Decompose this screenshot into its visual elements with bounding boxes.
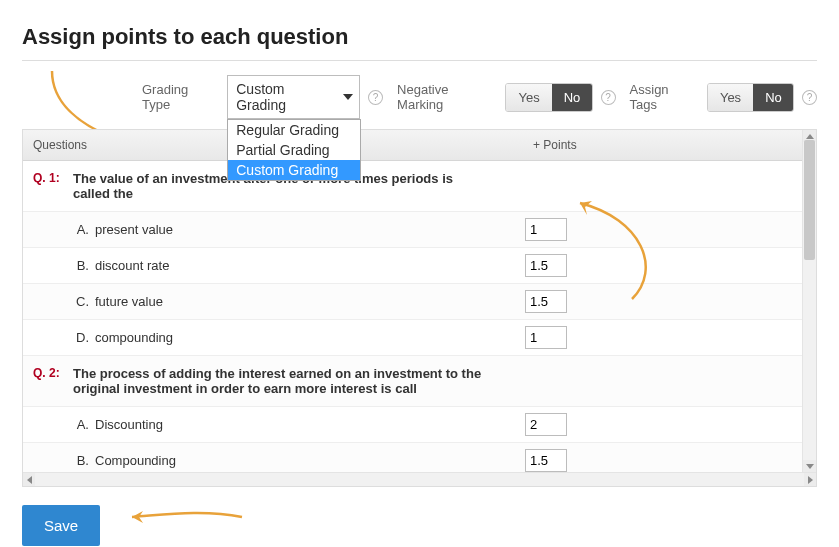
grading-type-option-partial[interactable]: Partial Grading — [228, 140, 360, 160]
assign-tags-label: Assign Tags — [630, 82, 699, 112]
grading-type-dropdown: Regular Grading Partial Grading Custom G… — [227, 119, 361, 181]
points-input[interactable] — [525, 413, 567, 436]
answer-text: present value — [95, 212, 495, 247]
divider — [22, 60, 817, 61]
scroll-left-icon[interactable] — [23, 473, 35, 486]
question-row: Q. 1: The value of an investment after o… — [23, 161, 802, 212]
negative-marking-no-button[interactable]: No — [552, 84, 593, 111]
answer-row: A. present value — [23, 212, 802, 248]
horizontal-scrollbar[interactable] — [23, 472, 816, 486]
negative-marking-label: Negative Marking — [397, 82, 497, 112]
negative-marking-toggle: Yes No — [505, 83, 592, 112]
answer-letter: A. — [23, 212, 95, 247]
help-icon[interactable]: ? — [368, 90, 383, 105]
points-input[interactable] — [525, 254, 567, 277]
points-input[interactable] — [525, 218, 567, 241]
scroll-down-icon[interactable] — [803, 460, 816, 472]
answer-letter: D. — [23, 320, 95, 355]
question-panel: Questions + Points Q. 1: The value of an… — [22, 129, 817, 487]
answer-text: Compounding — [95, 443, 495, 472]
negative-marking-yes-button[interactable]: Yes — [506, 84, 551, 111]
answer-row: B. discount rate — [23, 248, 802, 284]
assign-tags-no-button[interactable]: No — [753, 84, 794, 111]
grading-type-label: Grading Type — [142, 82, 219, 112]
points-input[interactable] — [525, 290, 567, 313]
help-icon[interactable]: ? — [802, 90, 817, 105]
points-input[interactable] — [525, 449, 567, 472]
answer-text: discount rate — [95, 248, 495, 283]
assign-tags-toggle: Yes No — [707, 83, 794, 112]
grading-type-select-wrap: Custom Grading Regular Grading Partial G… — [227, 75, 360, 119]
answer-text: compounding — [95, 320, 495, 355]
answer-row: D. compounding — [23, 320, 802, 356]
content-area: Questions + Points Q. 1: The value of an… — [23, 130, 802, 472]
header-points: + Points — [503, 130, 802, 160]
answer-letter: B. — [23, 248, 95, 283]
toolbar: Grading Type Custom Grading Regular Grad… — [22, 71, 817, 129]
chevron-down-icon — [343, 94, 353, 100]
scroll-right-icon[interactable] — [804, 473, 816, 486]
answer-letter: B. — [23, 443, 95, 472]
table-header: Questions + Points — [23, 130, 802, 161]
question-number: Q. 1: — [23, 161, 73, 195]
answer-row: B. Compounding — [23, 443, 802, 472]
answer-text: future value — [95, 284, 495, 319]
answer-letter: A. — [23, 407, 95, 442]
grading-type-option-regular[interactable]: Regular Grading — [228, 120, 360, 140]
page-title: Assign points to each question — [22, 24, 817, 50]
answer-row: A. Discounting — [23, 407, 802, 443]
annotation-arrow-icon — [122, 501, 252, 541]
grading-type-option-custom[interactable]: Custom Grading — [228, 160, 360, 180]
points-input[interactable] — [525, 326, 567, 349]
answer-text: Discounting — [95, 407, 495, 442]
answer-row: C. future value — [23, 284, 802, 320]
answer-letter: C. — [23, 284, 95, 319]
question-text: The process of adding the interest earne… — [73, 356, 503, 406]
question-row: Q. 2: The process of adding the interest… — [23, 356, 802, 407]
grading-type-select[interactable]: Custom Grading — [227, 75, 360, 119]
save-button[interactable]: Save — [22, 505, 100, 546]
scrollbar-thumb[interactable] — [804, 140, 815, 260]
question-number: Q. 2: — [23, 356, 73, 390]
assign-tags-yes-button[interactable]: Yes — [708, 84, 753, 111]
grading-type-value: Custom Grading — [236, 81, 286, 113]
help-icon[interactable]: ? — [601, 90, 616, 105]
vertical-scrollbar[interactable] — [802, 130, 816, 472]
